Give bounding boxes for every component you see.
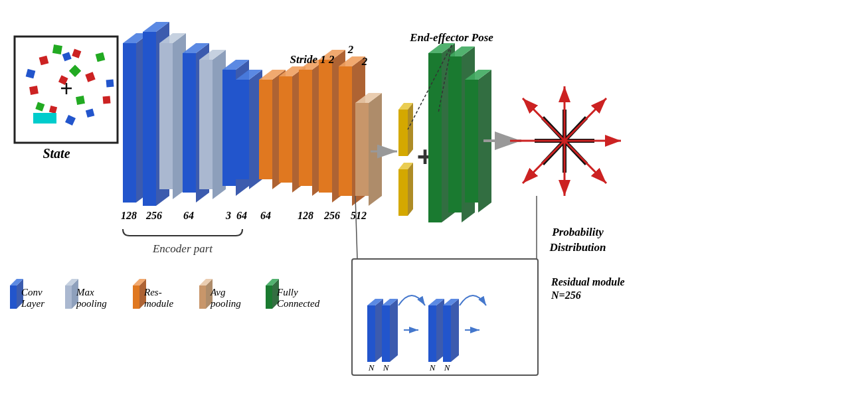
svg-rect-55 — [299, 70, 312, 186]
svg-rect-112 — [443, 305, 451, 362]
svg-rect-125 — [199, 286, 206, 309]
n-label-2: N — [383, 363, 390, 373]
svg-rect-119 — [65, 286, 72, 309]
residual-block-1a — [367, 299, 383, 362]
legend-maxpool-label2: pooling — [76, 298, 107, 309]
svg-rect-52 — [279, 76, 292, 183]
diagram-container: State — [0, 0, 868, 415]
svg-line-91 — [564, 98, 606, 141]
svg-rect-58 — [319, 60, 332, 193]
legend-fc: Fully Connected — [266, 279, 320, 309]
svg-line-97 — [355, 196, 357, 259]
prob-label-line1: Probability — [551, 226, 604, 238]
legend-avgpool: Avg pooling — [199, 279, 241, 309]
legend-maxpool: Max pooling — [65, 279, 107, 309]
max-pooling-layer-2 — [199, 50, 226, 199]
svg-rect-74 — [428, 53, 442, 222]
legend-res-label2: module — [144, 298, 174, 309]
num-256: 256 — [145, 210, 162, 221]
legend-conv-label2: Layer — [21, 298, 44, 309]
num-128: 128 — [121, 210, 137, 221]
residual-block-1b — [382, 299, 398, 362]
svg-rect-80 — [465, 80, 478, 203]
end-effector-label: End-effector Pose — [409, 31, 493, 44]
svg-rect-34 — [159, 43, 173, 189]
num-256b: 256 — [323, 210, 340, 221]
svg-rect-66 — [398, 110, 408, 156]
yellow-fc-bottom — [398, 163, 413, 216]
n-label-3: N — [429, 363, 436, 373]
prob-label-line2: Distribution — [549, 241, 606, 254]
svg-marker-71 — [408, 163, 413, 216]
svg-rect-77 — [448, 56, 462, 212]
legend-conv-label: Conv — [21, 287, 43, 297]
svg-rect-13 — [52, 44, 62, 54]
svg-rect-122 — [133, 286, 139, 309]
encoder-label: Encoder part — [152, 242, 213, 255]
svg-line-90 — [523, 98, 564, 141]
svg-rect-116 — [10, 286, 17, 309]
svg-rect-19 — [106, 79, 114, 87]
residual-block-2a — [428, 299, 444, 362]
svg-rect-43 — [222, 70, 236, 186]
num-64: 64 — [183, 210, 194, 221]
svg-rect-31 — [143, 32, 156, 206]
svg-rect-61 — [339, 66, 352, 196]
svg-line-92 — [523, 141, 564, 183]
conv-layer-64b — [236, 70, 262, 189]
svg-marker-68 — [408, 103, 413, 156]
svg-rect-64 — [355, 103, 369, 196]
residual-n-label: N=256 — [551, 290, 581, 301]
svg-rect-105 — [382, 305, 390, 362]
svg-rect-12 — [103, 96, 111, 104]
svg-marker-110 — [451, 299, 459, 362]
legend-res-label: Res- — [143, 287, 162, 297]
max-pooling-layer — [159, 33, 186, 199]
state-label: State — [43, 146, 70, 161]
legend-fc-label: Fully — [276, 287, 298, 297]
svg-rect-22 — [33, 113, 56, 124]
svg-marker-62 — [369, 93, 382, 206]
avg-pooling-layer — [355, 93, 382, 206]
residual-label: Residual module — [551, 276, 625, 288]
svg-rect-40 — [199, 60, 213, 189]
yellow-fc-top — [398, 103, 413, 156]
legend-maxpool-label: Max — [76, 287, 94, 297]
legend-avg-label: Avg — [210, 287, 226, 297]
legend-avg-label2: pooling — [210, 298, 241, 309]
num-3: 3 — [225, 210, 231, 221]
svg-marker-103 — [390, 299, 398, 362]
svg-rect-8 — [29, 86, 39, 95]
residual-block-2b — [443, 299, 459, 362]
num-64b: 64 — [236, 210, 247, 221]
num-64c: 64 — [260, 210, 271, 221]
num-128b: 128 — [298, 210, 313, 221]
legend-resmodule: Res- module — [133, 279, 174, 309]
svg-rect-102 — [367, 305, 375, 362]
svg-rect-69 — [398, 169, 408, 216]
stride-2: 2 — [347, 43, 354, 56]
legend-conv: Conv Layer — [10, 279, 44, 309]
n-label-1: N — [368, 363, 375, 373]
svg-line-93 — [564, 141, 606, 183]
n-label-4: N — [444, 363, 451, 373]
svg-rect-37 — [183, 53, 196, 193]
legend-fc-label2: Connected — [277, 298, 320, 309]
stride-3: 2 — [361, 55, 368, 68]
svg-rect-28 — [123, 43, 136, 203]
stride-label: Stride 1 2 — [290, 53, 335, 66]
num-512: 512 — [351, 210, 367, 221]
svg-rect-46 — [236, 80, 249, 179]
svg-rect-49 — [259, 80, 272, 179]
svg-rect-109 — [428, 305, 436, 362]
svg-rect-16 — [76, 96, 85, 105]
svg-rect-128 — [266, 286, 272, 309]
